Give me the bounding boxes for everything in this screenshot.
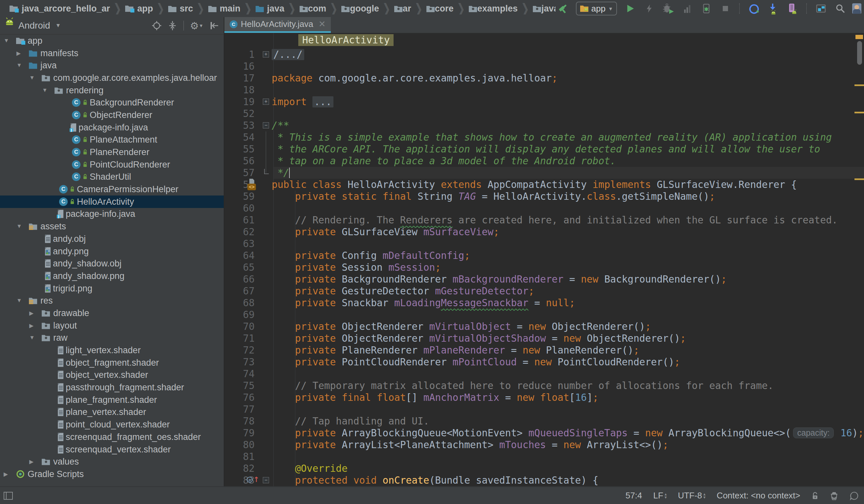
line-number[interactable]: 66 [224, 273, 255, 285]
tree-expand-open-icon[interactable]: ▼ [4, 37, 9, 44]
code-line[interactable]: 57 */ [224, 167, 864, 179]
code-line[interactable]: 79 private ArrayBlockingQueue<MotionEven… [224, 427, 864, 439]
tree-row-package-info-java[interactable]: Jpackage-info.java [0, 121, 224, 134]
tree-row-rendering[interactable]: ▼rendering [0, 84, 224, 97]
code-line[interactable]: 55 * the ARCore API. The application wil… [224, 143, 864, 155]
tree-row-object-fragment-shader[interactable]: object_fragment.shader [0, 357, 224, 369]
manifest-link-icon[interactable]: <> [248, 184, 256, 190]
avd-manager-icon[interactable] [785, 2, 800, 15]
warning-stripe-mark[interactable] [854, 178, 864, 180]
run-configuration-select[interactable]: app▼ [576, 2, 617, 15]
attach-debugger-icon[interactable] [699, 2, 713, 15]
code-line[interactable]: 67 private GestureDetector mGestureDetec… [224, 285, 864, 297]
line-number[interactable]: 80 [224, 439, 255, 451]
code-line[interactable]: 59 private static final String TAG = Hel… [224, 191, 864, 202]
tree-row-plane-fragment-shader[interactable]: plane_fragment.shader [0, 394, 224, 406]
run-icon[interactable] [623, 2, 637, 15]
tree-expand-closed-icon[interactable]: ▶ [29, 322, 34, 329]
project-view-selector[interactable]: Android [19, 20, 50, 31]
breadcrumb-item[interactable]: ar [394, 4, 411, 14]
tree-row-point-cloud-vertex-shader[interactable]: point_cloud_vertex.shader [0, 418, 224, 431]
breadcrumb-item[interactable]: main [208, 4, 240, 14]
tree-row-java[interactable]: ▼java [0, 59, 224, 72]
line-number[interactable]: 75 [224, 380, 255, 392]
tree-row-pointcloudrenderer[interactable]: CPointCloudRenderer [0, 158, 224, 171]
line-number[interactable]: 67 [224, 285, 255, 297]
line-number[interactable]: 1 [224, 49, 255, 60]
tree-row-planerenderer[interactable]: CPlaneRenderer [0, 146, 224, 158]
tree-row-objectrenderer[interactable]: CObjectRenderer [0, 109, 224, 121]
code-line[interactable]: 58<>public class HelloArActivity extends… [224, 179, 864, 191]
line-number[interactable]: 57 [224, 167, 255, 179]
code-line[interactable]: 19+import ... [224, 96, 864, 108]
line-number[interactable]: 68 [224, 297, 255, 309]
tree-row-andy-obj[interactable]: andy.obj [0, 232, 224, 245]
toolwindow-switcher-icon[interactable] [3, 492, 13, 500]
code-line[interactable]: 69 [224, 309, 864, 321]
line-number[interactable]: 63 [224, 238, 255, 250]
code-line[interactable]: 56 * tap on a plane to place a 3d model … [224, 155, 864, 167]
tree-row-assets[interactable]: ▼assets [0, 220, 224, 232]
tree-row-values[interactable]: ▶values [0, 455, 224, 468]
profile-icon[interactable] [680, 2, 695, 15]
code-area[interactable]: 1+/.../1617package com.google.ar.core.ex… [224, 49, 864, 486]
tree-expand-closed-icon[interactable]: ▶ [4, 470, 8, 477]
tree-row-gradle-scripts[interactable]: ▶Gradle Scripts [0, 468, 224, 480]
tree-row-plane-vertex-shader[interactable]: plane_vertex.shader [0, 406, 224, 419]
search-everywhere-icon[interactable] [833, 2, 848, 15]
line-number[interactable]: 70 [224, 321, 255, 333]
lock-icon[interactable] [812, 492, 819, 500]
breadcrumb-item[interactable]: java [255, 4, 285, 14]
breadcrumb-item[interactable]: examples [468, 4, 518, 14]
profiler-icon[interactable] [747, 2, 761, 15]
inspections-profile-icon[interactable] [830, 491, 838, 500]
code-line[interactable]: 62 private GLSurfaceView mSurfaceView; [224, 226, 864, 238]
line-number[interactable]: 53 [224, 120, 255, 131]
tree-row-andy-shadow-png[interactable]: andy_shadow.png [0, 270, 224, 282]
code-line[interactable]: 83o↑− protected void onCreate(Bundle sav… [224, 475, 864, 486]
tree-row-passthrough-fragment-shader[interactable]: passthrough_fragment.shader [0, 381, 224, 394]
tree-row-layout[interactable]: ▶layout [0, 319, 224, 332]
line-number[interactable]: 79 [224, 427, 255, 439]
line-number[interactable]: 78 [224, 415, 255, 427]
code-line[interactable]: 71 private ObjectRenderer mVirtualObject… [224, 333, 864, 344]
gear-settings-icon[interactable]: ⚙▼ [190, 20, 203, 32]
line-number[interactable]: 62 [224, 226, 255, 238]
code-line[interactable]: 77 [224, 404, 864, 415]
tree-row-screenquad-vertex-shader[interactable]: screenquad_vertex.shader [0, 443, 224, 456]
breadcrumb-item[interactable]: java_arcore_hello_ar [9, 4, 110, 14]
context-widget[interactable]: Context: <no context> [717, 491, 800, 501]
code-line[interactable]: 80 private ArrayList<PlaneAttachment> mT… [224, 439, 864, 451]
line-number[interactable]: 55 [224, 143, 255, 155]
code-line[interactable]: 64 private Config mDefaultConfig; [224, 250, 864, 262]
line-number[interactable]: 72 [224, 344, 255, 356]
line-number[interactable]: 74 [224, 368, 255, 380]
sdk-manager-icon[interactable] [766, 2, 781, 15]
encoding-widget[interactable]: UTF-8▴▾ [678, 491, 705, 501]
code-line[interactable]: 65 private Session mSession; [224, 262, 864, 273]
code-line[interactable]: 18 [224, 84, 864, 96]
tree-row-object-vertex-shader[interactable]: object_vertex.shader [0, 369, 224, 382]
code-line[interactable]: 76 private final float[] mAnchorMatrix =… [224, 392, 864, 404]
code-line[interactable]: 60 [224, 202, 864, 214]
line-number[interactable]: 17 [224, 72, 255, 84]
file-status-warning-indicator[interactable] [855, 35, 863, 39]
stop-icon[interactable] [718, 2, 733, 15]
code-line[interactable]: 78 // Tap handling and UI. [224, 415, 864, 427]
breadcrumb-item[interactable]: app [125, 4, 153, 14]
collapse-all-icon[interactable] [168, 21, 177, 31]
code-line[interactable]: 66 private BackgroundRenderer mBackgroun… [224, 273, 864, 285]
warning-stripe-mark[interactable] [854, 84, 864, 86]
tree-row-light-vertex-shader[interactable]: light_vertex.shader [0, 344, 224, 357]
code-line[interactable]: 75 // Temporary matrix allocated here to… [224, 380, 864, 392]
tree-expand-open-icon[interactable]: ▼ [16, 62, 22, 69]
line-number[interactable]: 73 [224, 356, 255, 368]
line-number[interactable]: 18 [224, 84, 255, 96]
tree-row-raw[interactable]: ▼raw [0, 332, 224, 344]
code-line[interactable]: 53−/** [224, 120, 864, 131]
tree-expand-closed-icon[interactable]: ▶ [29, 458, 34, 465]
fold-expand-icon[interactable]: + [263, 98, 269, 105]
chevron-down-icon[interactable]: ▼ [56, 22, 61, 29]
line-number[interactable]: 56 [224, 155, 255, 167]
tree-expand-closed-icon[interactable]: ▶ [16, 50, 21, 57]
